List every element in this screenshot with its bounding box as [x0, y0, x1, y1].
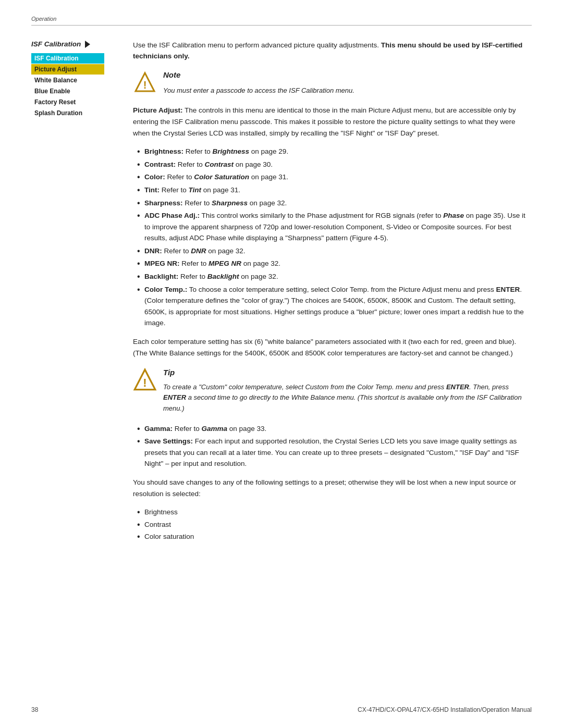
sidebar-item-white-balance[interactable]: White Balance: [31, 75, 104, 85]
sidebar-item-picture-adjust[interactable]: Picture Adjust: [31, 64, 104, 75]
intro-paragraph: Use the ISF Calibration menu to perform …: [133, 40, 532, 62]
sidebar-item-isf-calibration[interactable]: ISF Calibration: [31, 53, 104, 64]
note-content: You must enter a passcode to access the …: [163, 85, 354, 96]
list-item-backlight: Backlight: Refer to Backlight on page 32…: [133, 271, 532, 282]
svg-text:!: !: [143, 79, 147, 91]
note-icon: !: [133, 70, 157, 94]
sidebar-item-blue-enable[interactable]: Blue Enable: [31, 86, 104, 96]
sub-list-item-color-saturation: Color saturation: [133, 531, 532, 542]
footer: 38 CX-47HD/CX-OPAL47/CX-65HD Installatio…: [31, 706, 532, 713]
footer-page-number: 38: [31, 706, 38, 713]
save-settings-para: You should save changes to any of the fo…: [133, 477, 532, 499]
sidebar: ISF Calibration ISF Calibration Picture …: [31, 40, 117, 550]
section-label: Operation: [31, 16, 532, 22]
sidebar-item-factory-reset[interactable]: Factory Reset: [31, 97, 104, 107]
note-label-text: Note You must enter a passcode to access…: [163, 70, 354, 96]
feature-list-2: Gamma: Refer to Gamma on page 33. Save S…: [133, 423, 532, 470]
list-item-color-temp: Color Temp.: To choose a color temperatu…: [133, 284, 532, 329]
main-content: ISF Calibration ISF Calibration Picture …: [31, 40, 532, 550]
save-settings-list: Brightness Contrast Color saturation: [133, 507, 532, 542]
list-item-save-settings: Save Settings: For each input and suppor…: [133, 436, 532, 470]
list-item-brightness: Brightness: Refer to Brightness on page …: [133, 146, 532, 157]
note-label: Note: [163, 70, 180, 79]
note-box: ! Note You must enter a passcode to acce…: [133, 70, 532, 96]
sidebar-item-splash-duration[interactable]: Splash Duration: [31, 108, 104, 118]
list-item-gamma: Gamma: Refer to Gamma on page 33.: [133, 423, 532, 435]
svg-text:!: !: [143, 376, 146, 389]
feature-list: Brightness: Refer to Brightness on page …: [133, 146, 532, 329]
picture-adjust-para: Picture Adjust: The controls in this men…: [133, 105, 532, 139]
list-item-mpeg-nr: MPEG NR: Refer to MPEG NR on page 32.: [133, 258, 532, 269]
sidebar-title: ISF Calibration: [31, 40, 81, 48]
footer-manual-title: CX-47HD/CX-OPAL47/CX-65HD Installation/O…: [358, 706, 532, 713]
content-area: Use the ISF Calibration menu to perform …: [133, 40, 532, 550]
intro-text-1: Use the ISF Calibration menu to perform …: [133, 41, 381, 49]
list-item-color: Color: Refer to Color Saturation on page…: [133, 171, 532, 183]
list-item-adc: ADC Phase Adj.: This control works simil…: [133, 210, 532, 244]
page: Operation ISF Calibration ISF Calibratio…: [0, 0, 563, 728]
tip-text: To create a "Custom" color temperature, …: [163, 382, 532, 413]
top-divider: [31, 25, 532, 26]
list-item-contrast: Contrast: Refer to Contrast on page 30.: [133, 159, 532, 170]
sidebar-menu: ISF Calibration Picture Adjust White Bal…: [31, 53, 104, 118]
picture-adjust-label: Picture Adjust:: [133, 106, 183, 114]
sub-list-item-contrast: Contrast: [133, 519, 532, 530]
tip-box: ! Tip To create a "Custom" color tempera…: [133, 368, 532, 413]
sub-list-item-brightness: Brightness: [133, 507, 532, 518]
list-item-sharpness: Sharpness: Refer to Sharpness on page 32…: [133, 198, 532, 209]
tip-label: Tip: [163, 368, 175, 377]
list-item-dnr: DNR: Refer to DNR on page 32.: [133, 245, 532, 257]
sidebar-title-row: ISF Calibration: [31, 40, 117, 48]
picture-adjust-text: The controls in this menu are identical …: [133, 106, 516, 137]
list-item-tint: Tint: Refer to Tint on page 31.: [133, 184, 532, 196]
color-temp-para: Each color temperature setting has six (…: [133, 336, 532, 359]
tip-content: Tip To create a "Custom" color temperatu…: [163, 368, 532, 413]
tip-icon: !: [133, 368, 157, 392]
arrow-right-icon: [85, 41, 90, 48]
